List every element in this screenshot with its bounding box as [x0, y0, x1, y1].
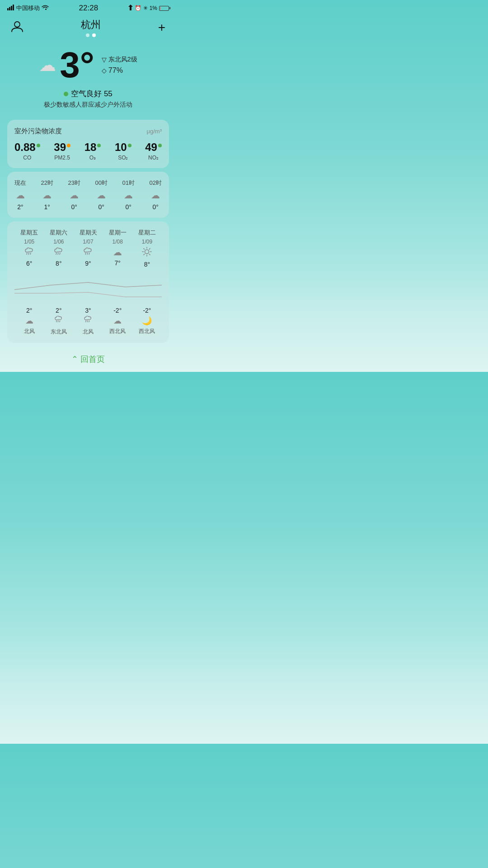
hourly-label-0: 现在	[14, 179, 26, 187]
pollution-item-so2: 10 SO₂	[115, 141, 131, 161]
hourly-item-4: 01时 ☁ 0°	[122, 179, 135, 211]
weekly-date-1: 1/06	[53, 239, 64, 245]
pollution-unit: μg/m³	[147, 128, 162, 135]
weekly-low-3: -2°	[113, 307, 122, 314]
weekly-date-3: 1/08	[113, 239, 123, 245]
no2-value: 49	[145, 141, 157, 154]
page-dots	[81, 33, 101, 37]
pm25-label: PM2.5	[54, 155, 70, 161]
weekly-low-icon-2	[84, 316, 93, 326]
pollution-grid: 0.88 CO 39 PM2.5 18 O₃ 10	[14, 141, 162, 161]
humidity-row: ◇ 77%	[102, 66, 137, 75]
svg-line-5	[27, 253, 27, 254]
weekly-item-0: 星期五 1/05 6°	[14, 229, 44, 268]
hourly-grid: 现在 ☁ 2° 22时 ☁ 1° 23时 ☁ 0° 00时 ☁ 0° 01时 ☁…	[14, 179, 162, 211]
svg-line-9	[58, 253, 58, 254]
svg-line-7	[30, 253, 31, 254]
svg-point-14	[145, 250, 149, 254]
aqi-label: 空气良好 55	[71, 89, 113, 99]
weekly-bottom-grid: 2° ☁ 北风 2° 东北风 3° 北风 -2° ☁ 西北风 -2° 🌙 西北风	[14, 307, 162, 336]
header: 杭州 +	[0, 14, 176, 39]
weekly-low-item-0: 2° ☁ 北风	[14, 307, 44, 336]
humidity-icon: ◇	[102, 67, 107, 74]
weekly-icon-3: ☁	[113, 247, 122, 258]
hourly-temp-5: 0°	[153, 203, 159, 211]
hourly-item-0: 现在 ☁ 2°	[14, 179, 26, 211]
weekly-icon-0	[24, 247, 34, 258]
weekly-high-3: 7°	[115, 259, 121, 267]
hourly-icon-0: ☁	[16, 190, 25, 201]
svg-line-27	[87, 321, 88, 322]
weekly-day-2: 星期天	[80, 229, 97, 237]
weekly-item-2: 星期天 1/07 9°	[73, 229, 103, 268]
weather-main: ☁ 3° ▽ 东北风2级 ◇ 77%	[0, 39, 176, 87]
weekly-low-0: 2°	[26, 307, 32, 314]
add-button[interactable]: +	[156, 19, 167, 37]
temperature: 3°	[60, 47, 94, 83]
svg-line-28	[89, 321, 89, 322]
weekly-low-icon-1	[54, 316, 63, 326]
city-title: 杭州	[81, 18, 101, 32]
carrier-label: 中国移动	[16, 4, 40, 12]
alarm-icon: ⏰	[135, 5, 141, 11]
weekly-item-3: 星期一 1/08 ☁ 7°	[103, 229, 132, 268]
svg-line-25	[60, 321, 60, 322]
svg-line-11	[85, 253, 86, 254]
weekly-low-1: 2°	[56, 307, 61, 314]
weather-cloud-icon: ☁	[39, 55, 56, 75]
pollution-item-no2: 49 NO₂	[145, 141, 162, 161]
svg-rect-1	[9, 7, 10, 11]
weekly-date-4: 1/09	[142, 239, 152, 245]
svg-line-12	[87, 253, 88, 254]
home-button[interactable]: ⌃ 回首页	[71, 354, 105, 365]
user-button[interactable]	[9, 18, 25, 37]
weekly-high-1: 8°	[56, 260, 61, 267]
weekly-low-item-1: 2° 东北风	[44, 307, 73, 336]
dot-1[interactable]	[86, 33, 89, 37]
hourly-label-3: 00时	[95, 179, 108, 187]
hourly-temp-2: 0°	[71, 203, 77, 211]
svg-line-24	[58, 321, 58, 322]
o3-value: 18	[84, 141, 97, 154]
co-label: CO	[14, 155, 40, 161]
hourly-label-5: 02时	[150, 179, 162, 187]
no2-label: NO₂	[145, 155, 162, 161]
svg-line-8	[56, 253, 56, 254]
weekly-low-item-4: -2° 🌙 西北风	[132, 307, 162, 336]
dot-2[interactable]	[92, 33, 96, 37]
hourly-label-2: 23时	[68, 179, 80, 187]
footer: ⌃ 回首页	[0, 347, 176, 372]
bluetooth-icon: ✳	[143, 5, 148, 11]
weekly-item-1: 星期六 1/06 8°	[44, 229, 73, 268]
pollution-item-pm25: 39 PM2.5	[54, 141, 70, 161]
svg-line-22	[144, 254, 145, 255]
svg-point-4	[14, 22, 20, 27]
humidity-label: 77%	[108, 66, 123, 75]
weekly-card: 星期五 1/05 6° 星期六 1/06 8° 星期天 1/07 9° 星期一 …	[7, 221, 169, 343]
weekly-wind-4: 西北风	[139, 328, 155, 335]
signal-icon	[7, 5, 14, 12]
weekly-high-4: 8°	[144, 261, 150, 268]
status-bar: 中国移动 22:28 ⏰ ✳ 1%	[0, 0, 176, 14]
hourly-item-3: 00时 ☁ 0°	[95, 179, 108, 211]
hourly-item-1: 22时 ☁ 1°	[41, 179, 53, 211]
so2-label: SO₂	[115, 155, 131, 161]
weekly-top-grid: 星期五 1/05 6° 星期六 1/06 8° 星期天 1/07 9° 星期一 …	[14, 229, 162, 268]
header-center: 杭州	[81, 18, 101, 37]
weekly-low-icon-3: ☁	[113, 316, 122, 326]
weekly-low-icon-4: 🌙	[142, 316, 152, 326]
weekly-day-1: 星期六	[50, 229, 67, 237]
o3-indicator	[97, 144, 101, 147]
weekly-wind-0: 北风	[24, 328, 35, 335]
battery-icon	[159, 6, 169, 11]
svg-line-10	[60, 253, 60, 254]
weekly-day-4: 星期二	[138, 229, 156, 237]
pollution-title: 室外污染物浓度	[14, 127, 62, 136]
status-time: 22:28	[79, 4, 99, 13]
weekly-high-2: 9°	[85, 260, 91, 267]
hourly-item-5: 02时 ☁ 0°	[150, 179, 162, 211]
aqi-subtitle: 极少数敏感人群应减少户外活动	[9, 101, 167, 109]
svg-line-20	[150, 254, 150, 255]
hourly-icon-5: ☁	[151, 190, 160, 201]
aqi-section: 空气良好 55 极少数敏感人群应减少户外活动	[0, 87, 176, 116]
